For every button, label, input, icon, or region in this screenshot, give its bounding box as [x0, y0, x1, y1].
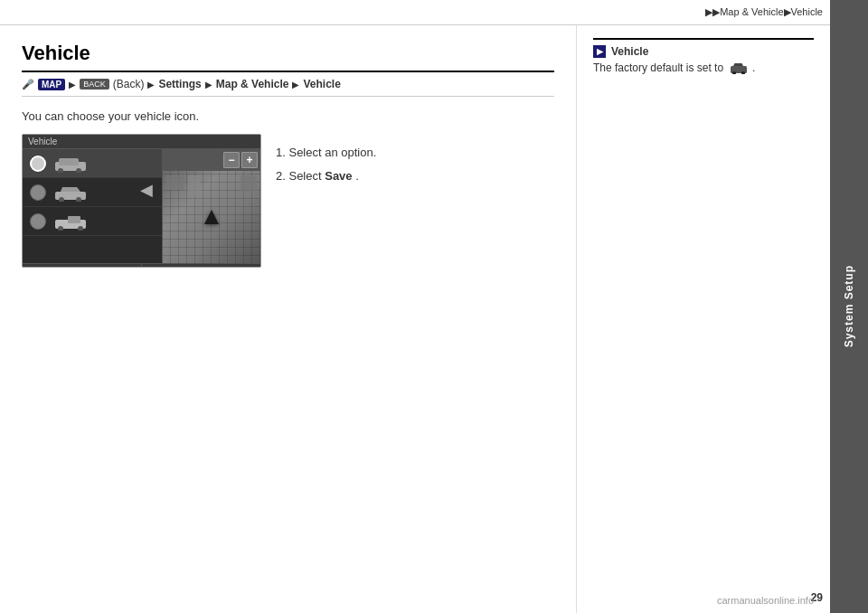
map-building-2: [188, 175, 201, 195]
car-icon-2: [53, 184, 88, 202]
sidebar-tab: System Setup: [830, 0, 868, 613]
note-title: Vehicle: [611, 45, 648, 58]
page-title: Vehicle: [22, 42, 554, 72]
breadcrumb-bar: ▶▶Map & Vehicle▶Vehicle: [0, 0, 868, 25]
map-building-3: [241, 175, 257, 192]
screen-actions: Cancel Save: [23, 263, 260, 268]
save-button[interactable]: Save: [142, 264, 260, 268]
step-1-text: Select an option.: [288, 146, 376, 159]
option-radio-2[interactable]: [30, 184, 46, 201]
step-2-bold: Save: [325, 169, 352, 183]
watermark: carmanualsonline.info: [717, 595, 814, 606]
step-2: 2. Select Save .: [276, 165, 376, 188]
back-paren: (Back): [113, 78, 145, 90]
step-2-num: 2.: [276, 169, 286, 183]
svg-rect-8: [68, 216, 80, 223]
screen-header: Vehicle: [23, 135, 260, 149]
car-icon-3: [53, 212, 88, 231]
arrow-2: ▶: [147, 80, 155, 90]
note-icon: ▶: [593, 45, 606, 58]
description-text: You can choose your vehicle icon.: [22, 109, 554, 123]
back-badge: BACK: [80, 79, 109, 90]
steps-container: 1. Select an option. 2. Select Save .: [276, 141, 376, 280]
default-car-icon: [730, 62, 748, 74]
right-panel: ▶ Vehicle The factory default is set to …: [577, 25, 830, 613]
map-controls: − +: [163, 149, 260, 171]
step-1-num: 1.: [276, 146, 286, 159]
nav-path: 🎤 MAP ▶ BACK (Back) ▶ Settings ▶ Map & V…: [22, 78, 554, 97]
cancel-button[interactable]: Cancel: [23, 264, 142, 268]
nav-settings: Settings: [158, 78, 201, 90]
note-header: ▶ Vehicle: [593, 45, 814, 58]
note-period: .: [752, 61, 755, 74]
left-panel: Vehicle 🎤 MAP ▶ BACK (Back) ▶ Settings ▶…: [0, 25, 577, 613]
option-item-1[interactable]: [23, 149, 162, 178]
option-radio-1[interactable]: [30, 156, 46, 172]
zoom-in-button[interactable]: +: [241, 152, 258, 168]
arrow-1: ▶: [69, 80, 76, 90]
note-section: ▶ Vehicle The factory default is set to …: [593, 38, 814, 74]
main-content: Vehicle 🎤 MAP ▶ BACK (Back) ▶ Settings ▶…: [0, 25, 830, 613]
nav-map-vehicle: Map & Vehicle: [216, 78, 289, 90]
arrow-3: ▶: [205, 80, 212, 90]
arrow-4: ▶: [292, 80, 299, 90]
map-area: [163, 171, 260, 263]
mic-icon: 🎤: [22, 79, 34, 90]
nav-vehicle: Vehicle: [303, 78, 340, 90]
svg-rect-1: [59, 158, 79, 165]
option-radio-3[interactable]: [30, 213, 46, 230]
map-building-1: [166, 175, 184, 190]
note-text-content: The factory default is set to: [593, 61, 723, 74]
step-1: 1. Select an option.: [276, 141, 376, 165]
option-item-3[interactable]: [23, 207, 162, 236]
options-list: ◀: [23, 149, 163, 263]
step-2-end: .: [355, 169, 359, 183]
note-text: The factory default is set to .: [593, 61, 814, 74]
step-2-text: Select: [288, 169, 325, 183]
map-vehicle-marker: [204, 210, 219, 224]
map-badge: MAP: [38, 79, 65, 90]
screen-body: ◀: [23, 149, 260, 263]
car-icon-1: [53, 155, 88, 173]
nav-left-arrow: ◀: [140, 180, 153, 200]
vehicle-screen: Vehicle ◀: [22, 134, 261, 268]
map-view: − +: [163, 149, 260, 263]
breadcrumb-text: ▶▶Map & Vehicle▶Vehicle: [705, 6, 823, 18]
zoom-out-button[interactable]: −: [223, 152, 240, 168]
sidebar-label: System Setup: [843, 265, 855, 347]
